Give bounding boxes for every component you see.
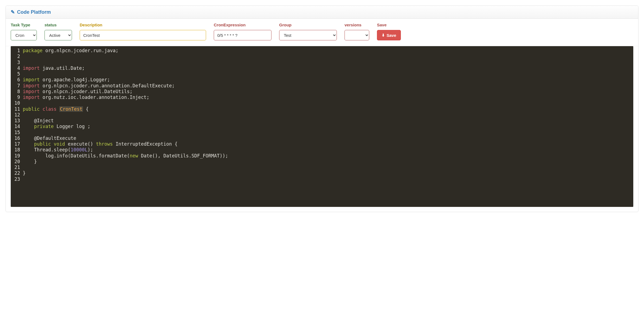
- code-line[interactable]: 21: [11, 165, 633, 170]
- line-content[interactable]: import org.nlpcn.jcoder.run.annotation.D…: [23, 83, 633, 89]
- cron-expression-input[interactable]: [214, 30, 271, 40]
- code-line[interactable]: 10: [11, 100, 633, 106]
- line-content[interactable]: import org.nlpcn.jcoder.util.DateUtils;: [23, 89, 633, 95]
- line-number: 22: [11, 170, 23, 176]
- line-number: 15: [11, 130, 23, 135]
- line-number: 2: [11, 54, 23, 59]
- code-line[interactable]: 5: [11, 71, 633, 77]
- field-status: status Active: [45, 23, 72, 40]
- code-line[interactable]: 18 Thread.sleep(10000L);: [11, 147, 633, 153]
- code-line[interactable]: 14 private Logger log ;: [11, 124, 633, 129]
- line-content[interactable]: private Logger log ;: [23, 124, 633, 129]
- line-content[interactable]: [23, 54, 633, 59]
- field-task-type: Task Type Cron: [11, 23, 37, 40]
- line-number: 17: [11, 141, 23, 147]
- line-content[interactable]: [23, 165, 633, 170]
- code-line[interactable]: 13 @Inject: [11, 118, 633, 124]
- line-number: 12: [11, 112, 23, 118]
- line-content[interactable]: [23, 176, 633, 182]
- line-number: 21: [11, 165, 23, 170]
- line-content[interactable]: [23, 71, 633, 77]
- description-label: Description: [80, 23, 206, 27]
- line-number: 10: [11, 100, 23, 106]
- line-content[interactable]: public class CronTest {: [23, 106, 633, 112]
- field-description: Description: [80, 23, 206, 40]
- status-label: status: [45, 23, 72, 27]
- line-number: 14: [11, 124, 23, 129]
- line-number: 5: [11, 71, 23, 77]
- code-line[interactable]: 7import org.nlpcn.jcoder.run.annotation.…: [11, 83, 633, 89]
- save-label: Save: [377, 23, 401, 27]
- line-number: 23: [11, 176, 23, 182]
- save-button-label: Save: [387, 33, 396, 38]
- line-content[interactable]: import org.nutz.ioc.loader.annotation.In…: [23, 95, 633, 100]
- line-content[interactable]: }: [23, 159, 633, 165]
- task-type-label: Task Type: [11, 23, 37, 27]
- line-content[interactable]: @DefaultExecute: [23, 135, 633, 141]
- page-title: Code Platform: [17, 9, 51, 15]
- line-number: 20: [11, 159, 23, 165]
- line-content[interactable]: import java.util.Date;: [23, 65, 633, 71]
- toolbar: Task Type Cron status Active Description…: [6, 19, 638, 46]
- line-number: 1: [11, 48, 23, 54]
- line-content[interactable]: import org.apache.log4j.Logger;: [23, 77, 633, 83]
- save-button[interactable]: ⬇ Save: [377, 30, 401, 40]
- line-content[interactable]: [23, 100, 633, 106]
- line-number: 4: [11, 65, 23, 71]
- line-number: 8: [11, 89, 23, 95]
- line-number: 9: [11, 95, 23, 100]
- group-select[interactable]: Test: [279, 30, 337, 40]
- code-editor[interactable]: 1package org.nlpcn.jcoder.run.java;2 3 4…: [11, 46, 633, 207]
- code-line[interactable]: 11public class CronTest {: [11, 106, 633, 112]
- field-save: Save ⬇ Save: [377, 23, 401, 40]
- line-content[interactable]: }: [23, 170, 633, 176]
- code-line[interactable]: 4import java.util.Date;: [11, 65, 633, 71]
- line-content[interactable]: [23, 60, 633, 65]
- code-line[interactable]: 19 log.info(DateUtils.formatDate(new Dat…: [11, 153, 633, 159]
- status-select[interactable]: Active: [45, 30, 72, 40]
- task-type-select[interactable]: Cron: [11, 30, 37, 40]
- field-group: Group Test: [279, 23, 337, 40]
- line-content[interactable]: [23, 112, 633, 118]
- field-versions: versions: [345, 23, 369, 40]
- code-line[interactable]: 6import org.apache.log4j.Logger;: [11, 77, 633, 83]
- line-number: 16: [11, 135, 23, 141]
- line-number: 13: [11, 118, 23, 124]
- code-line[interactable]: 20 }: [11, 159, 633, 165]
- code-line[interactable]: 1package org.nlpcn.jcoder.run.java;: [11, 48, 633, 54]
- line-number: 11: [11, 106, 23, 112]
- code-line[interactable]: 8import org.nlpcn.jcoder.util.DateUtils;: [11, 89, 633, 95]
- line-number: 18: [11, 147, 23, 153]
- main-panel: ✎ Code Platform Task Type Cron status Ac…: [5, 5, 639, 212]
- line-content[interactable]: Thread.sleep(10000L);: [23, 147, 633, 153]
- line-number: 19: [11, 153, 23, 159]
- panel-heading: ✎ Code Platform: [6, 6, 638, 19]
- versions-select[interactable]: [345, 30, 369, 40]
- group-label: Group: [279, 23, 337, 27]
- code-line[interactable]: 15: [11, 130, 633, 135]
- code-line[interactable]: 3: [11, 60, 633, 65]
- code-line[interactable]: 9import org.nutz.ioc.loader.annotation.I…: [11, 95, 633, 100]
- line-content[interactable]: @Inject: [23, 118, 633, 124]
- edit-icon: ✎: [11, 9, 15, 15]
- code-line[interactable]: 23: [11, 176, 633, 182]
- line-content[interactable]: public void execute() throws Interrupted…: [23, 141, 633, 147]
- code-line[interactable]: 22}: [11, 170, 633, 176]
- line-content[interactable]: log.info(DateUtils.formatDate(new Date()…: [23, 153, 633, 159]
- editor-wrap: 1package org.nlpcn.jcoder.run.java;2 3 4…: [6, 46, 638, 207]
- code-line[interactable]: 12: [11, 112, 633, 118]
- cron-expression-label: CronExpression: [214, 23, 271, 27]
- line-content[interactable]: package org.nlpcn.jcoder.run.java;: [23, 48, 633, 54]
- line-number: 6: [11, 77, 23, 83]
- code-line[interactable]: 16 @DefaultExecute: [11, 135, 633, 141]
- download-icon: ⬇: [382, 33, 385, 37]
- description-input[interactable]: [80, 30, 206, 40]
- line-content[interactable]: [23, 130, 633, 135]
- code-line[interactable]: 17 public void execute() throws Interrup…: [11, 141, 633, 147]
- line-number: 3: [11, 60, 23, 65]
- field-cron-expression: CronExpression: [214, 23, 271, 40]
- versions-label: versions: [345, 23, 369, 27]
- code-line[interactable]: 2: [11, 54, 633, 59]
- line-number: 7: [11, 83, 23, 89]
